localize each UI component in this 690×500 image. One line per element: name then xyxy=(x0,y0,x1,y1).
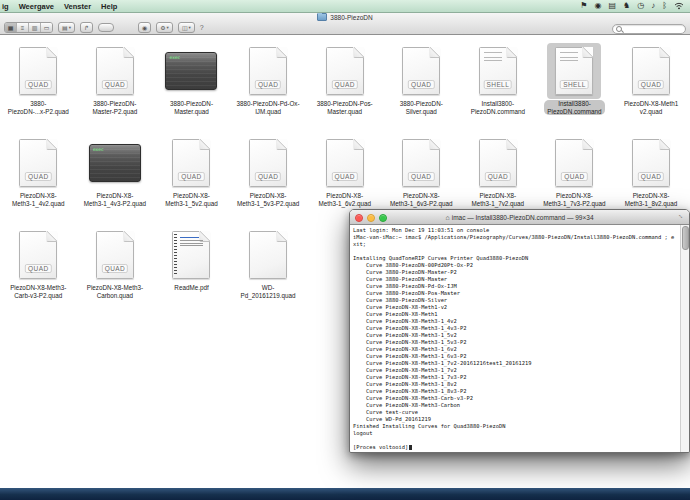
eye-icon: ◉ xyxy=(142,24,147,31)
file-item[interactable]: QUADPiezoDN-X8-Meth1v2.quad xyxy=(613,39,690,131)
file-item[interactable]: QUADPiezoDN-X8-Meth3-Carbon.quad xyxy=(77,223,154,315)
file-type-badge: QUAD xyxy=(331,172,357,181)
terminal-line: iMac-van-iMac:~ imac$ /Applications/Piez… xyxy=(353,234,677,241)
search-input[interactable] xyxy=(624,25,682,33)
terminal-line: Finished Installing Curves for Quad3880-… xyxy=(353,423,677,430)
volume-icon[interactable]: ♪ xyxy=(651,0,655,12)
terminal-line: Curve 3880-PiezoDN-Master xyxy=(353,276,677,283)
quad-file-icon: QUAD xyxy=(249,47,287,95)
search-icon xyxy=(616,26,622,32)
file-item[interactable]: QUADPiezoDN-X8-Meth3-Carb-v3-P2.quad xyxy=(0,223,77,315)
terminal-window[interactable]: ⌂ imac — Install3880-PiezoDN.command — 9… xyxy=(349,209,690,453)
quad-file-icon: QUAD xyxy=(19,231,57,279)
quicklook-button[interactable]: ◉ xyxy=(138,22,151,33)
close-button[interactable] xyxy=(355,214,363,222)
terminal-line: Curve PiezoDN-X8-Meth3-1_6v2 xyxy=(353,346,677,353)
file-type-badge: QUAD xyxy=(408,80,434,89)
chevron-down-icon: ▾ xyxy=(69,25,71,30)
share-button[interactable]: ↱ xyxy=(80,22,93,33)
display-icon[interactable]: ▤ xyxy=(608,0,616,12)
file-type-badge: QUAD xyxy=(25,80,51,89)
menu-item-weergave[interactable]: Weergave xyxy=(19,2,54,11)
arrange-button[interactable]: ▤ ▾ xyxy=(58,22,75,33)
search-field[interactable] xyxy=(612,24,686,34)
file-item[interactable]: SHELLInstall3800-PiezoDN.command xyxy=(460,39,537,131)
dropdown-icon: ◫ xyxy=(182,24,188,31)
bluetooth-icon[interactable]: ᛒ xyxy=(662,0,667,12)
file-type-badge: QUAD xyxy=(638,172,664,181)
file-item[interactable]: QUAD3880-PiezoDN-...x-P2.quad xyxy=(0,39,77,131)
file-label: PiezoDN-X8-Meth3-1_4v2.quad xyxy=(9,192,68,207)
finder-header[interactable]: 3880-PiezoDN ▦ ≡ ▥ ▭ ▤ ▾ ↱ ◉ ⚙ ▾ xyxy=(0,12,690,35)
file-item[interactable]: QUAD3880-PiezoDN-Pos-Master.quad xyxy=(306,39,383,131)
terminal-line: Installing QuadToneRIP Curves Printer Qu… xyxy=(353,255,677,262)
file-item[interactable]: QUADPiezoDN-X8-Meth3-1_5v3-P2.quad xyxy=(230,131,307,223)
file-label: PiezoDN-X8-Meth3-1_7v3-P2.quad xyxy=(540,192,608,207)
menu-item-venster[interactable]: Venster xyxy=(64,2,91,11)
shell-file-icon: SHELL xyxy=(555,47,593,95)
folder-proxy-icon[interactable] xyxy=(317,13,327,21)
desktop-background xyxy=(0,487,690,500)
action-button[interactable]: ⚙ ▾ xyxy=(156,22,173,33)
terminal-line: Curve PiezoDN-X8-Meth3-1_5v3-P2 xyxy=(353,339,677,346)
quad-file-icon: QUAD xyxy=(19,139,57,187)
list-view-icon[interactable]: ≡ xyxy=(17,23,29,32)
icon-view-icon[interactable]: ▦ xyxy=(5,23,17,32)
terminal-titlebar[interactable]: ⌂ imac — Install3880-PiezoDN.command — 9… xyxy=(350,210,689,225)
status-menu-icons: ⚑◉▤♞◷♪ᛒ xyxy=(580,0,690,12)
quad-file-icon: QUAD xyxy=(402,139,440,187)
app-menu-icon[interactable]: ♞ xyxy=(623,0,630,12)
input-menu-icon[interactable]: ⚑ xyxy=(580,0,587,12)
file-item[interactable]: QUADPiezoDN-X8-Meth3-1_4v2.quad xyxy=(0,131,77,223)
file-type-badge: QUAD xyxy=(638,80,664,89)
file-item[interactable]: QUAD3880-PiezoDN-Master-P2.quad xyxy=(77,39,154,131)
file-item[interactable]: WD-Pd_20161219.quad xyxy=(230,223,307,315)
file-type-badge: QUAD xyxy=(408,172,434,181)
terminal-cursor xyxy=(409,445,412,451)
file-type-badge: QUAD xyxy=(102,80,128,89)
terminal-line: Curve 3880-PiezoDN-Silver xyxy=(353,297,677,304)
menu-item-ig[interactable]: ig xyxy=(2,2,9,11)
quad-file-icon: QUAD xyxy=(326,47,364,95)
file-item[interactable]: execPiezoDN-X8-Meth3-1_4v3-P2.quad xyxy=(77,131,154,223)
column-view-icon[interactable]: ▥ xyxy=(29,23,41,32)
extra-dropdown-button[interactable]: ◫ ▾ xyxy=(178,22,195,33)
wifi-icon[interactable] xyxy=(674,0,684,12)
zoom-button[interactable] xyxy=(379,214,387,222)
scrollbar-thumb[interactable] xyxy=(682,226,689,250)
coverflow-view-icon[interactable]: ▭ xyxy=(41,23,52,32)
file-item[interactable]: QUAD3880-PiezoDN-Pd-Ox-IJM.quad xyxy=(230,39,307,131)
file-label: 3880-PiezoDN-Master.quad xyxy=(167,100,216,115)
file-type-badge: QUAD xyxy=(561,172,587,181)
terminal-line: [Proces voltooid] xyxy=(353,444,677,451)
minimize-button[interactable] xyxy=(367,214,375,222)
blank-file-icon xyxy=(249,231,287,279)
terminal-line: Curve PiezoDN-X8-Meth1-v2 xyxy=(353,304,677,311)
view-mode-segment[interactable]: ▦ ≡ ▥ ▭ xyxy=(4,22,53,33)
traffic-lights xyxy=(355,214,387,222)
file-item[interactable]: QUAD3880-PiezoDN-Silver.quad xyxy=(383,39,460,131)
file-label: ReadMe.pdf xyxy=(171,284,211,292)
help-button[interactable]: ? xyxy=(200,24,204,31)
terminal-line: logout xyxy=(353,430,677,437)
tags-button[interactable] xyxy=(98,23,114,32)
file-type-badge: SHELL xyxy=(484,80,513,89)
file-item[interactable]: QUADPiezoDN-X8-Meth3-1_5v2.quad xyxy=(153,131,230,223)
menu-item-help[interactable]: Help xyxy=(101,2,117,11)
terminal-line: Curve PiezoDN-X8-Meth3-1_6v3-P2 xyxy=(353,353,677,360)
terminal-output[interactable]: Last login: Mon Dec 19 11:03:51 on conso… xyxy=(350,225,680,452)
file-item[interactable]: ReadMe.pdf xyxy=(153,223,230,315)
file-label: Install3880-PiezoDN.command xyxy=(544,100,604,115)
file-label: PiezoDN-X8-Meth3-1_5v2.quad xyxy=(162,192,221,207)
terminal-line: Curve PiezoDN-X8-Meth3-1_4v2 xyxy=(353,318,677,325)
terminal-line: xit; xyxy=(353,241,677,248)
file-item[interactable]: exec3880-PiezoDN-Master.quad xyxy=(153,39,230,131)
file-item[interactable]: SHELLInstall3880-PiezoDN.command xyxy=(536,39,613,131)
eye-icon[interactable]: ◉ xyxy=(594,0,601,12)
quad-file-icon: QUAD xyxy=(172,139,210,187)
terminal-line: Curve PiezoDN-X8-Meth3-1_8v3-P2 xyxy=(353,388,677,395)
clock-icon[interactable]: ◷ xyxy=(637,0,644,12)
file-label: PiezoDN-X8-Meth3-1_7v2.quad xyxy=(469,192,528,207)
fullscreen-icon[interactable]: ↔ xyxy=(677,211,687,221)
terminal-scrollbar[interactable] xyxy=(680,225,689,452)
